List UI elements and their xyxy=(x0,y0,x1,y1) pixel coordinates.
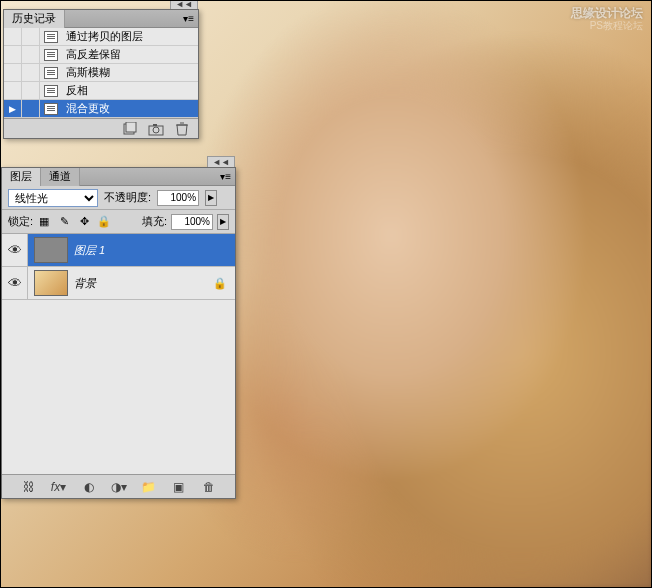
layers-blend-row: 线性光 不透明度: ▶ xyxy=(2,186,235,210)
opacity-label: 不透明度: xyxy=(104,190,151,205)
history-item[interactable]: 通过拷贝的图层 xyxy=(4,28,198,46)
lock-icon: 🔒 xyxy=(213,277,227,290)
layers-list: 👁 图层 1 👁 背景 🔒 xyxy=(2,234,235,474)
lock-paint-icon[interactable]: ✎ xyxy=(57,215,71,229)
history-item-label: 高斯模糊 xyxy=(62,65,110,80)
layer-name-label: 图层 1 xyxy=(74,243,235,258)
history-item-label: 高反差保留 xyxy=(62,47,121,62)
history-item[interactable]: 反相 xyxy=(4,82,198,100)
history-list: 通过拷贝的图层 高反差保留 高斯模糊 反相 ▶ 混合更改 xyxy=(4,28,198,118)
visibility-eye-icon[interactable]: 👁 xyxy=(8,242,22,258)
panel-collapse-icon[interactable]: ◄◄ xyxy=(207,156,235,167)
layer-thumbnail[interactable] xyxy=(34,237,68,263)
fx-icon[interactable]: fx▾ xyxy=(50,479,68,495)
history-state-icon xyxy=(44,49,58,61)
fill-arrow-icon[interactable]: ▶ xyxy=(217,214,229,230)
watermark-text-2: PS教程论坛 xyxy=(590,19,643,33)
panel-menu-icon[interactable]: ▾≡ xyxy=(216,171,235,182)
opacity-input[interactable] xyxy=(157,190,199,206)
fill-input[interactable] xyxy=(171,214,213,230)
history-item-label: 反相 xyxy=(62,83,88,98)
lock-all-icon[interactable]: 🔒 xyxy=(97,215,111,229)
history-item-label: 混合更改 xyxy=(62,101,110,116)
mask-icon[interactable]: ◐ xyxy=(80,479,98,495)
camera-icon[interactable] xyxy=(148,122,164,136)
layer-name-label: 背景 xyxy=(74,276,213,291)
svg-rect-1 xyxy=(126,122,136,132)
opacity-arrow-icon[interactable]: ▶ xyxy=(205,190,217,206)
svg-rect-4 xyxy=(153,124,157,126)
history-item[interactable]: ▶ 混合更改 xyxy=(4,100,198,118)
link-icon[interactable]: ⛓ xyxy=(20,479,38,495)
svg-point-3 xyxy=(153,127,159,133)
lock-move-icon[interactable]: ✥ xyxy=(77,215,91,229)
layers-panel: ◄◄ 图层 通道 ▾≡ 线性光 不透明度: ▶ 锁定: ▦ ✎ ✥ 🔒 填充: … xyxy=(1,167,236,499)
layer-thumbnail[interactable] xyxy=(34,270,68,296)
history-toolbar xyxy=(4,118,198,138)
history-state-icon xyxy=(44,85,58,97)
history-state-icon xyxy=(44,31,58,43)
history-item[interactable]: 高斯模糊 xyxy=(4,64,198,82)
history-pointer-icon: ▶ xyxy=(9,104,16,114)
delete-icon[interactable]: 🗑 xyxy=(200,479,218,495)
layers-lock-row: 锁定: ▦ ✎ ✥ 🔒 填充: ▶ xyxy=(2,210,235,234)
fill-label: 填充: xyxy=(142,214,167,229)
lock-transparent-icon[interactable]: ▦ xyxy=(37,215,51,229)
lock-label: 锁定: xyxy=(8,214,33,229)
layers-toolbar: ⛓ fx▾ ◐ ◑▾ 📁 ▣ 🗑 xyxy=(2,474,235,498)
layer-item[interactable]: 👁 图层 1 xyxy=(2,234,235,267)
history-state-icon xyxy=(44,67,58,79)
history-item-label: 通过拷贝的图层 xyxy=(62,29,143,44)
history-panel: ◄◄ 历史记录 ▾≡ 通过拷贝的图层 高反差保留 高斯模糊 反相 ▶ xyxy=(3,9,199,139)
delete-icon[interactable] xyxy=(174,122,190,136)
new-document-icon[interactable] xyxy=(122,122,138,136)
panel-collapse-icon[interactable]: ◄◄ xyxy=(170,0,198,9)
history-state-icon xyxy=(44,103,58,115)
channels-tab[interactable]: 通道 xyxy=(41,168,80,186)
history-tab[interactable]: 历史记录 xyxy=(4,10,65,28)
panel-menu-icon[interactable]: ▾≡ xyxy=(179,13,198,24)
adjustment-icon[interactable]: ◑▾ xyxy=(110,479,128,495)
folder-icon[interactable]: 📁 xyxy=(140,479,158,495)
layers-panel-header: 图层 通道 ▾≡ xyxy=(2,168,235,186)
layers-tab[interactable]: 图层 xyxy=(2,168,41,186)
blend-mode-select[interactable]: 线性光 xyxy=(8,189,98,207)
new-layer-icon[interactable]: ▣ xyxy=(170,479,188,495)
history-item[interactable]: 高反差保留 xyxy=(4,46,198,64)
history-panel-header: 历史记录 ▾≡ xyxy=(4,10,198,28)
layer-item[interactable]: 👁 背景 🔒 xyxy=(2,267,235,300)
visibility-eye-icon[interactable]: 👁 xyxy=(8,275,22,291)
